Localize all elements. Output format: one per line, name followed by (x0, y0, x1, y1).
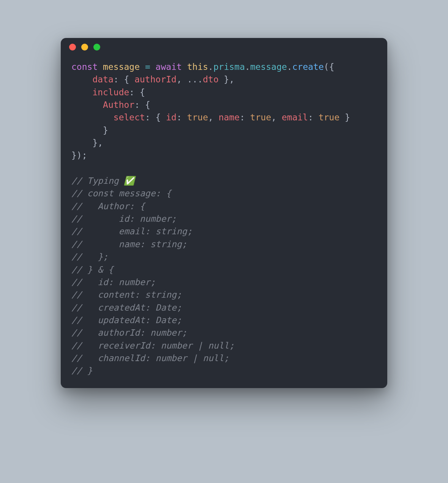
close-brace: } (103, 125, 108, 135)
space (182, 62, 187, 72)
comma: , (271, 112, 282, 122)
indent (71, 138, 92, 148)
canvas: const message = await this.prisma.messag… (0, 0, 448, 483)
colon-brace: : { (114, 74, 134, 84)
window-titlebar (61, 38, 387, 56)
dot: . (245, 62, 250, 72)
comment-line: // Typing ✅ (71, 176, 135, 186)
colon-brace: : { (134, 100, 150, 110)
keyword-await: await (156, 62, 182, 72)
comment-line: // updatedAt: Date; (71, 315, 182, 325)
comment-line: // }; (71, 252, 108, 262)
close-call: }); (71, 150, 87, 160)
comma: , (208, 112, 219, 122)
prop-include: include (92, 87, 129, 97)
indent (71, 87, 92, 97)
open-call: ({ (324, 62, 334, 72)
colon-brace: : { (145, 112, 166, 122)
prop-author: Author (103, 100, 134, 110)
colon: : (240, 112, 250, 122)
comma: , (177, 74, 187, 84)
comment-line: // receiverId: number | null; (71, 341, 234, 350)
keyword-this: this (187, 62, 208, 72)
spread: ... (187, 74, 203, 84)
colon-brace: : { (129, 87, 145, 97)
comment-line: // id: number; (71, 214, 177, 224)
colon: : (308, 112, 319, 122)
comment-line: // channelId: number | null; (71, 353, 229, 363)
bool-true: true (250, 112, 271, 122)
bool-true: true (319, 112, 339, 122)
close-brace-comma: }, (219, 74, 235, 84)
prop-data: data (92, 74, 113, 84)
code-block: const message = await this.prisma.messag… (61, 56, 387, 388)
close-icon[interactable] (69, 44, 76, 51)
comment-line: // } & { (71, 265, 114, 275)
prop-select: select (114, 112, 145, 122)
fn-create: create (292, 62, 324, 72)
comment-line: // content: string; (71, 290, 182, 300)
keyword-const: const (71, 62, 98, 72)
prop-prisma: prisma (213, 62, 245, 72)
maximize-icon[interactable] (93, 44, 100, 51)
comment-line: // name: string; (71, 239, 187, 249)
prop-id: id (166, 112, 177, 122)
comment-line: // Author: { (71, 201, 145, 211)
operator-equals: = (140, 62, 156, 72)
indent (71, 112, 114, 122)
comment-line: // const message: { (71, 188, 171, 198)
colon: : (177, 112, 187, 122)
var-message: message (103, 62, 140, 72)
minimize-icon[interactable] (81, 44, 88, 51)
dot: . (287, 62, 292, 72)
indent (71, 125, 103, 135)
bool-true: true (187, 112, 208, 122)
code-window: const message = await this.prisma.messag… (61, 38, 387, 388)
close-brace-comma: }, (92, 138, 103, 148)
prop-name: name (219, 112, 240, 122)
comment-line: // email: string; (71, 226, 192, 236)
comment-line: // id: number; (71, 277, 156, 287)
close-brace: } (339, 112, 350, 122)
comment-line: // createdAt: Date; (71, 303, 182, 313)
prop-message: message (250, 62, 287, 72)
dot: . (208, 62, 213, 72)
prop-authorId: authorId (134, 74, 177, 84)
indent (71, 74, 92, 84)
comment-line: // } (71, 366, 92, 376)
indent (71, 100, 103, 110)
prop-dto: dto (203, 74, 219, 84)
prop-email: email (282, 112, 308, 122)
comment-line: // authorId: number; (71, 328, 187, 338)
space (98, 62, 103, 72)
